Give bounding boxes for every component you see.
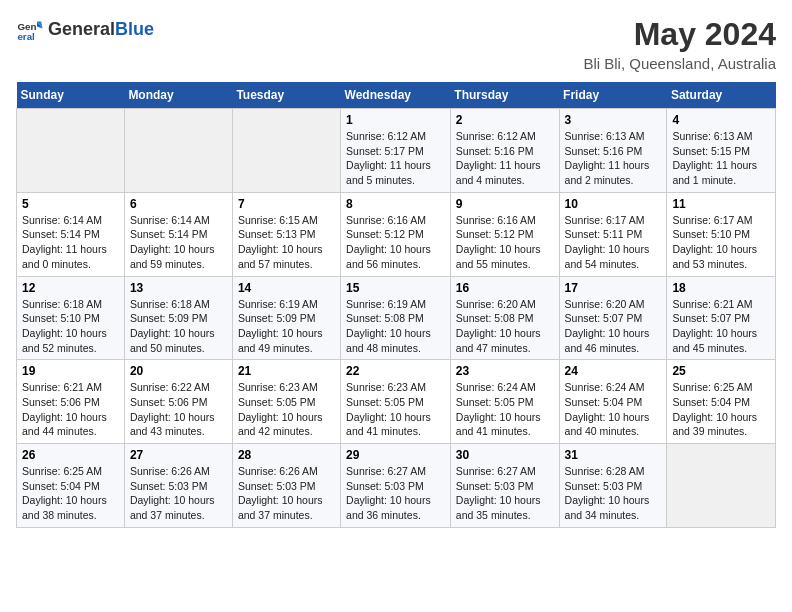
- table-row: 24Sunrise: 6:24 AMSunset: 5:04 PMDayligh…: [559, 360, 667, 444]
- calendar-week-row: 5Sunrise: 6:14 AMSunset: 5:14 PMDaylight…: [17, 192, 776, 276]
- day-number: 20: [130, 364, 227, 378]
- day-number: 16: [456, 281, 554, 295]
- day-number: 1: [346, 113, 445, 127]
- calendar-week-row: 19Sunrise: 6:21 AMSunset: 5:06 PMDayligh…: [17, 360, 776, 444]
- day-info: Sunrise: 6:27 AMSunset: 5:03 PMDaylight:…: [456, 464, 554, 523]
- day-number: 23: [456, 364, 554, 378]
- table-row: 27Sunrise: 6:26 AMSunset: 5:03 PMDayligh…: [124, 444, 232, 528]
- header-wednesday: Wednesday: [341, 82, 451, 109]
- table-row: 10Sunrise: 6:17 AMSunset: 5:11 PMDayligh…: [559, 192, 667, 276]
- header-monday: Monday: [124, 82, 232, 109]
- table-row: 26Sunrise: 6:25 AMSunset: 5:04 PMDayligh…: [17, 444, 125, 528]
- table-row: 20Sunrise: 6:22 AMSunset: 5:06 PMDayligh…: [124, 360, 232, 444]
- day-number: 14: [238, 281, 335, 295]
- day-info: Sunrise: 6:13 AMSunset: 5:15 PMDaylight:…: [672, 129, 770, 188]
- day-info: Sunrise: 6:23 AMSunset: 5:05 PMDaylight:…: [238, 380, 335, 439]
- day-info: Sunrise: 6:19 AMSunset: 5:09 PMDaylight:…: [238, 297, 335, 356]
- day-number: 12: [22, 281, 119, 295]
- day-number: 26: [22, 448, 119, 462]
- calendar-week-row: 26Sunrise: 6:25 AMSunset: 5:04 PMDayligh…: [17, 444, 776, 528]
- header-friday: Friday: [559, 82, 667, 109]
- day-number: 7: [238, 197, 335, 211]
- day-info: Sunrise: 6:16 AMSunset: 5:12 PMDaylight:…: [346, 213, 445, 272]
- day-number: 11: [672, 197, 770, 211]
- table-row: 23Sunrise: 6:24 AMSunset: 5:05 PMDayligh…: [450, 360, 559, 444]
- day-info: Sunrise: 6:16 AMSunset: 5:12 PMDaylight:…: [456, 213, 554, 272]
- day-number: 6: [130, 197, 227, 211]
- day-info: Sunrise: 6:20 AMSunset: 5:08 PMDaylight:…: [456, 297, 554, 356]
- page-header: Gen eral GeneralBlue May 2024 Bli Bli, Q…: [16, 16, 776, 72]
- table-row: 29Sunrise: 6:27 AMSunset: 5:03 PMDayligh…: [341, 444, 451, 528]
- table-row: 11Sunrise: 6:17 AMSunset: 5:10 PMDayligh…: [667, 192, 776, 276]
- table-row: 12Sunrise: 6:18 AMSunset: 5:10 PMDayligh…: [17, 276, 125, 360]
- table-row: 30Sunrise: 6:27 AMSunset: 5:03 PMDayligh…: [450, 444, 559, 528]
- calendar-header-row: Sunday Monday Tuesday Wednesday Thursday…: [17, 82, 776, 109]
- day-info: Sunrise: 6:25 AMSunset: 5:04 PMDaylight:…: [672, 380, 770, 439]
- calendar-week-row: 1Sunrise: 6:12 AMSunset: 5:17 PMDaylight…: [17, 109, 776, 193]
- day-number: 4: [672, 113, 770, 127]
- day-number: 22: [346, 364, 445, 378]
- day-info: Sunrise: 6:20 AMSunset: 5:07 PMDaylight:…: [565, 297, 662, 356]
- table-row: 6Sunrise: 6:14 AMSunset: 5:14 PMDaylight…: [124, 192, 232, 276]
- day-number: 15: [346, 281, 445, 295]
- table-row: 8Sunrise: 6:16 AMSunset: 5:12 PMDaylight…: [341, 192, 451, 276]
- table-row: 17Sunrise: 6:20 AMSunset: 5:07 PMDayligh…: [559, 276, 667, 360]
- logo-blue-text: Blue: [115, 19, 154, 39]
- day-number: 28: [238, 448, 335, 462]
- table-row: 18Sunrise: 6:21 AMSunset: 5:07 PMDayligh…: [667, 276, 776, 360]
- table-row: 3Sunrise: 6:13 AMSunset: 5:16 PMDaylight…: [559, 109, 667, 193]
- day-info: Sunrise: 6:14 AMSunset: 5:14 PMDaylight:…: [22, 213, 119, 272]
- table-row: 13Sunrise: 6:18 AMSunset: 5:09 PMDayligh…: [124, 276, 232, 360]
- day-info: Sunrise: 6:26 AMSunset: 5:03 PMDaylight:…: [238, 464, 335, 523]
- day-number: 25: [672, 364, 770, 378]
- day-info: Sunrise: 6:12 AMSunset: 5:16 PMDaylight:…: [456, 129, 554, 188]
- day-info: Sunrise: 6:28 AMSunset: 5:03 PMDaylight:…: [565, 464, 662, 523]
- day-number: 10: [565, 197, 662, 211]
- day-info: Sunrise: 6:22 AMSunset: 5:06 PMDaylight:…: [130, 380, 227, 439]
- table-row: 28Sunrise: 6:26 AMSunset: 5:03 PMDayligh…: [232, 444, 340, 528]
- day-number: 8: [346, 197, 445, 211]
- day-number: 5: [22, 197, 119, 211]
- logo-general-text: General: [48, 19, 115, 39]
- table-row: 2Sunrise: 6:12 AMSunset: 5:16 PMDaylight…: [450, 109, 559, 193]
- day-number: 9: [456, 197, 554, 211]
- table-row: 31Sunrise: 6:28 AMSunset: 5:03 PMDayligh…: [559, 444, 667, 528]
- day-number: 29: [346, 448, 445, 462]
- table-row: [667, 444, 776, 528]
- calendar-subtitle: Bli Bli, Queensland, Australia: [583, 55, 776, 72]
- table-row: 19Sunrise: 6:21 AMSunset: 5:06 PMDayligh…: [17, 360, 125, 444]
- logo: Gen eral GeneralBlue: [16, 16, 154, 44]
- table-row: [17, 109, 125, 193]
- day-info: Sunrise: 6:23 AMSunset: 5:05 PMDaylight:…: [346, 380, 445, 439]
- day-number: 31: [565, 448, 662, 462]
- day-info: Sunrise: 6:21 AMSunset: 5:07 PMDaylight:…: [672, 297, 770, 356]
- day-info: Sunrise: 6:18 AMSunset: 5:10 PMDaylight:…: [22, 297, 119, 356]
- title-area: May 2024 Bli Bli, Queensland, Australia: [583, 16, 776, 72]
- table-row: 5Sunrise: 6:14 AMSunset: 5:14 PMDaylight…: [17, 192, 125, 276]
- day-info: Sunrise: 6:19 AMSunset: 5:08 PMDaylight:…: [346, 297, 445, 356]
- day-number: 21: [238, 364, 335, 378]
- day-number: 13: [130, 281, 227, 295]
- table-row: 15Sunrise: 6:19 AMSunset: 5:08 PMDayligh…: [341, 276, 451, 360]
- day-number: 19: [22, 364, 119, 378]
- day-number: 24: [565, 364, 662, 378]
- day-info: Sunrise: 6:18 AMSunset: 5:09 PMDaylight:…: [130, 297, 227, 356]
- svg-text:eral: eral: [17, 31, 35, 42]
- table-row: 16Sunrise: 6:20 AMSunset: 5:08 PMDayligh…: [450, 276, 559, 360]
- table-row: 4Sunrise: 6:13 AMSunset: 5:15 PMDaylight…: [667, 109, 776, 193]
- day-info: Sunrise: 6:15 AMSunset: 5:13 PMDaylight:…: [238, 213, 335, 272]
- day-info: Sunrise: 6:24 AMSunset: 5:05 PMDaylight:…: [456, 380, 554, 439]
- table-row: 1Sunrise: 6:12 AMSunset: 5:17 PMDaylight…: [341, 109, 451, 193]
- table-row: 21Sunrise: 6:23 AMSunset: 5:05 PMDayligh…: [232, 360, 340, 444]
- table-row: [232, 109, 340, 193]
- day-info: Sunrise: 6:25 AMSunset: 5:04 PMDaylight:…: [22, 464, 119, 523]
- header-saturday: Saturday: [667, 82, 776, 109]
- day-info: Sunrise: 6:24 AMSunset: 5:04 PMDaylight:…: [565, 380, 662, 439]
- table-row: 25Sunrise: 6:25 AMSunset: 5:04 PMDayligh…: [667, 360, 776, 444]
- table-row: 9Sunrise: 6:16 AMSunset: 5:12 PMDaylight…: [450, 192, 559, 276]
- logo-icon: Gen eral: [16, 16, 44, 44]
- day-number: 17: [565, 281, 662, 295]
- day-number: 27: [130, 448, 227, 462]
- calendar-table: Sunday Monday Tuesday Wednesday Thursday…: [16, 82, 776, 528]
- day-info: Sunrise: 6:17 AMSunset: 5:11 PMDaylight:…: [565, 213, 662, 272]
